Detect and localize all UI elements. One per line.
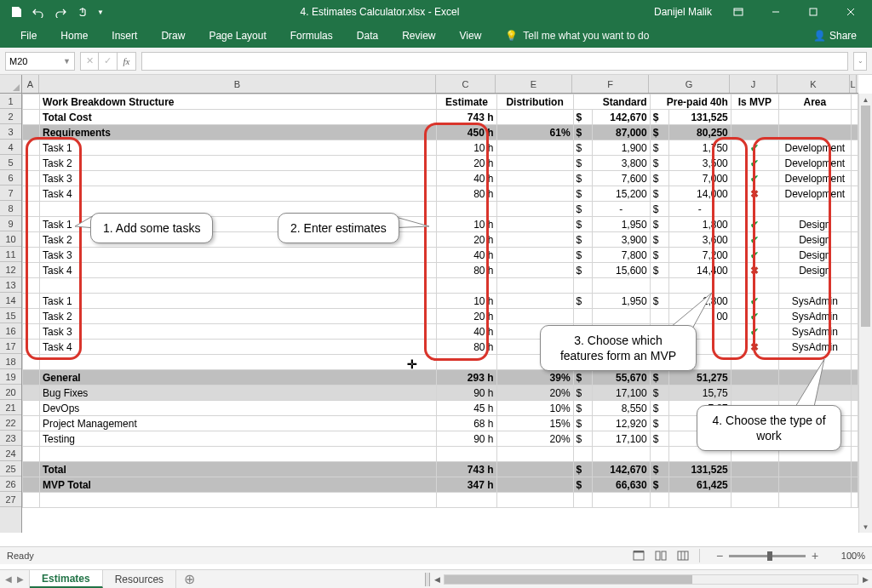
tell-me-search[interactable]: 💡 Tell me what you want to do <box>493 30 649 42</box>
cell-standard-header[interactable]: Standard <box>573 94 650 110</box>
row-header-16[interactable]: 16 <box>0 323 21 339</box>
col-header-k[interactable]: K <box>777 75 850 93</box>
check-icon[interactable]: ✔ <box>731 171 778 186</box>
col-header-g[interactable]: G <box>649 75 730 93</box>
row-header-23[interactable]: 23 <box>0 431 21 446</box>
zoom-out-button[interactable]: − <box>714 549 726 562</box>
cell-totalcost-label[interactable]: Total Cost <box>40 110 437 125</box>
scroll-left-icon[interactable]: ◀ <box>430 575 444 584</box>
check-icon[interactable]: ✔ <box>731 324 778 340</box>
page-layout-view-icon[interactable] <box>651 548 670 563</box>
row-header-20[interactable]: 20 <box>0 385 21 400</box>
cell-totalcost-est[interactable]: 743 h <box>437 110 496 125</box>
redo-icon[interactable] <box>51 3 70 21</box>
tab-data[interactable]: Data <box>345 25 390 47</box>
row-header-9[interactable]: 9 <box>0 216 21 231</box>
undo-icon[interactable] <box>29 3 48 21</box>
cell-req-pre[interactable]: 80,250 <box>668 125 731 140</box>
cells-area[interactable]: Work Breakdown Structure Estimate Distri… <box>22 94 858 533</box>
zoom-thumb[interactable] <box>767 551 772 561</box>
select-all-corner[interactable] <box>0 75 22 94</box>
row-header-25[interactable]: 25 <box>0 461 21 477</box>
cell-req-std[interactable]: 87,000 <box>592 125 650 140</box>
maximize-button[interactable] <box>795 0 831 24</box>
formula-input[interactable] <box>141 52 848 71</box>
minimize-button[interactable] <box>758 0 794 24</box>
col-header-b[interactable]: B <box>39 75 436 93</box>
chevron-down-icon[interactable]: ▼ <box>63 57 71 66</box>
col-header-f[interactable]: F <box>572 75 649 93</box>
tab-formulas[interactable]: Formulas <box>278 25 345 47</box>
tab-page-layout[interactable]: Page Layout <box>197 25 278 47</box>
cell-mvp-header[interactable]: Is MVP <box>731 94 778 110</box>
row-header-10[interactable]: 10 <box>0 231 21 247</box>
row-header-5[interactable]: 5 <box>0 155 21 170</box>
scrollbar-thumb[interactable] <box>861 106 870 327</box>
row-header-15[interactable]: 15 <box>0 308 21 323</box>
enter-formula-icon[interactable]: ✓ <box>99 52 118 71</box>
page-break-view-icon[interactable] <box>674 548 692 563</box>
check-icon[interactable]: ✔ <box>731 309 778 324</box>
check-icon[interactable]: ✔ <box>731 217 778 232</box>
insert-function-button[interactable]: fx <box>118 52 136 71</box>
tab-insert[interactable]: Insert <box>100 25 149 47</box>
user-name[interactable]: Danijel Malik <box>654 6 712 18</box>
close-button[interactable] <box>833 0 869 24</box>
row-header-8[interactable]: 8 <box>0 201 21 216</box>
cell-estimate-header[interactable]: Estimate <box>437 94 496 110</box>
row-header-14[interactable]: 14 <box>0 293 21 308</box>
row-header-13[interactable]: 13 <box>0 277 21 293</box>
cell-req-label[interactable]: Requirements <box>40 125 437 140</box>
col-header-c[interactable]: C <box>436 75 496 93</box>
tab-draw[interactable]: Draw <box>149 25 197 47</box>
sheet-tab-estimates[interactable]: Estimates <box>30 570 103 588</box>
row-header-4[interactable]: 4 <box>0 140 21 155</box>
row-header-3[interactable]: 3 <box>0 124 21 140</box>
tab-review[interactable]: Review <box>390 25 447 47</box>
row-header-7[interactable]: 7 <box>0 186 21 201</box>
scroll-right-icon[interactable]: ▶ <box>858 575 872 584</box>
hscroll-thumb[interactable] <box>445 575 692 584</box>
cell-area-header[interactable]: Area <box>778 94 851 110</box>
cross-icon[interactable]: ✖ <box>731 263 778 278</box>
row-header-6[interactable]: 6 <box>0 170 21 186</box>
ribbon-display-icon[interactable] <box>720 0 756 24</box>
row-header-21[interactable]: 21 <box>0 400 21 415</box>
row-header-26[interactable]: 26 <box>0 477 21 492</box>
normal-view-icon[interactable] <box>629 548 648 563</box>
row-header-17[interactable]: 17 <box>0 339 21 354</box>
sheet-nav-next-icon[interactable]: ▶ <box>17 574 24 584</box>
sheet-nav-prev-icon[interactable]: ◀ <box>5 574 12 584</box>
cell-prepaid-header[interactable]: Pre-paid 40h <box>650 94 731 110</box>
row-header-1[interactable]: 1 <box>0 94 21 109</box>
cell-totalcost-pre[interactable]: 131,525 <box>668 110 731 125</box>
tab-file[interactable]: File <box>9 25 49 47</box>
check-icon[interactable]: ✔ <box>731 232 778 248</box>
col-header-j[interactable]: J <box>730 75 777 93</box>
qat-dropdown-icon[interactable]: ▼ <box>95 3 106 21</box>
scroll-down-icon[interactable]: ▼ <box>859 521 872 533</box>
cell-wbs-header[interactable]: Work Breakdown Structure <box>40 94 437 110</box>
cross-icon[interactable]: ✖ <box>731 340 778 355</box>
check-icon[interactable]: ✔ <box>731 140 778 156</box>
cell-distribution-header[interactable]: Distribution <box>496 94 573 110</box>
tab-view[interactable]: View <box>448 25 494 47</box>
row-header-22[interactable]: 22 <box>0 415 21 431</box>
name-box[interactable]: M20 ▼ <box>5 52 75 71</box>
col-header-l[interactable]: L <box>850 75 857 93</box>
expand-formula-bar-icon[interactable]: ⌄ <box>853 52 867 71</box>
add-sheet-button[interactable]: ⊕ <box>176 570 202 588</box>
share-button[interactable]: 👤 Share <box>806 26 863 45</box>
col-header-a[interactable]: A <box>22 75 39 93</box>
cell-req-dist[interactable]: 61% <box>496 125 573 140</box>
check-icon[interactable]: ✔ <box>731 156 778 171</box>
row-header-2[interactable]: 2 <box>0 109 21 124</box>
row-header-12[interactable]: 12 <box>0 262 21 277</box>
vertical-scrollbar[interactable]: ▲ ▼ <box>858 94 872 533</box>
cell-totalcost-std[interactable]: 142,670 <box>592 110 650 125</box>
cross-icon[interactable]: ✖ <box>731 186 778 202</box>
col-header-e[interactable]: E <box>496 75 572 93</box>
save-icon[interactable] <box>7 3 26 21</box>
cell-req-est[interactable]: 450 h <box>437 125 496 140</box>
zoom-in-button[interactable]: + <box>809 549 821 562</box>
